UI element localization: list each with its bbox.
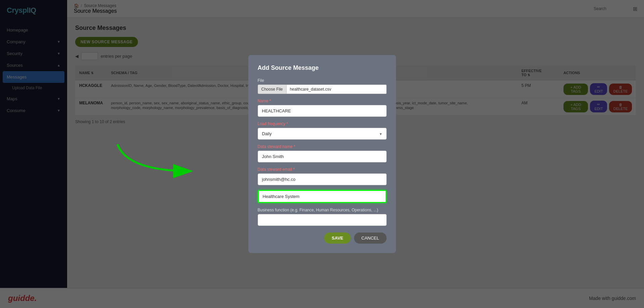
- name-input[interactable]: [258, 105, 387, 117]
- file-name-display: healthcare_dataset.csv: [287, 85, 387, 94]
- load-frequency-select[interactable]: Daily Weekly Monthly Hourly: [258, 128, 387, 140]
- name-field-group: Name *: [258, 99, 387, 117]
- modal-overlay: Add Source Message File Choose File heal…: [0, 0, 644, 308]
- file-label: File: [258, 78, 387, 83]
- description-input[interactable]: [258, 190, 387, 203]
- save-button[interactable]: SAVE: [324, 233, 350, 244]
- steward-email-input[interactable]: [258, 173, 387, 185]
- steward-name-input[interactable]: [258, 151, 387, 162]
- modal-title: Add Source Message: [258, 64, 387, 71]
- description-group: [258, 190, 387, 203]
- file-input-row: Choose File healthcare_dataset.csv: [258, 85, 387, 94]
- business-function-input[interactable]: [258, 214, 387, 226]
- steward-name-label: Data steward name *: [258, 144, 387, 149]
- modal-dialog: Add Source Message File Choose File heal…: [248, 55, 396, 253]
- cancel-button[interactable]: CANCEL: [354, 233, 387, 244]
- select-wrapper: Daily Weekly Monthly Hourly: [258, 128, 387, 140]
- business-function-group: Business function (e.g. Finance, Human R…: [258, 208, 387, 226]
- name-label: Name *: [258, 99, 387, 103]
- load-frequency-label: Load frequency *: [258, 121, 387, 126]
- modal-buttons: SAVE CANCEL: [258, 233, 387, 244]
- file-field-group: File Choose File healthcare_dataset.csv: [258, 78, 387, 94]
- steward-name-group: Data steward name *: [258, 144, 387, 162]
- steward-email-group: Data steward email *: [258, 167, 387, 185]
- annotation-arrow: [114, 141, 201, 181]
- business-function-label: Business function (e.g. Finance, Human R…: [258, 208, 387, 212]
- steward-email-label: Data steward email *: [258, 167, 387, 172]
- load-frequency-group: Load frequency * Daily Weekly Monthly Ho…: [258, 121, 387, 140]
- choose-file-button[interactable]: Choose File: [258, 85, 287, 94]
